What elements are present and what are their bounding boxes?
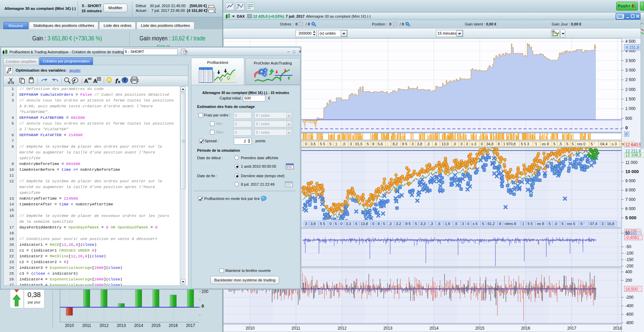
svg-text:34,8: 34,8 — [486, 142, 493, 146]
svg-text:2014: 2014 — [134, 323, 143, 328]
svg-text:5: 5 — [383, 222, 385, 226]
svg-text:2014: 2014 — [430, 326, 439, 331]
svg-text:5: 5 — [572, 142, 574, 146]
svg-text:es 8: es 8 — [542, 142, 549, 146]
svg-text:5: 5 — [566, 142, 568, 146]
svg-text:2011: 2011 — [291, 326, 300, 331]
svg-text:3 500: 3 500 — [625, 58, 636, 63]
svg-text:5 ': 5 ' — [591, 142, 594, 146]
svg-text:5: 5 — [329, 142, 332, 146]
svg-text:5: 5 — [553, 142, 555, 146]
svg-text:0: 0 — [329, 222, 332, 226]
svg-text:0: 0 — [202, 303, 204, 309]
svg-text:,3: ,3 — [389, 222, 392, 226]
svg-text:13,9: 13,9 — [441, 142, 449, 146]
svg-text:s 3: s 3 — [612, 142, 617, 146]
svg-text:,0: ,0 — [554, 222, 557, 226]
svg-text:-150: -150 — [625, 257, 633, 262]
svg-text:3,3: 3,3 — [420, 222, 425, 226]
svg-text:3: 3 — [466, 142, 468, 146]
svg-text:0: 0 — [340, 222, 342, 226]
svg-text:A: A — [93, 78, 97, 84]
svg-text:10 000: 10 000 — [625, 169, 639, 174]
svg-text:1 000: 1 000 — [625, 106, 636, 111]
svg-text:3: 3 — [350, 142, 352, 146]
svg-text:16,500: 16,500 — [625, 287, 638, 292]
svg-text:2016: 2016 — [521, 326, 530, 331]
svg-text:2010: 2010 — [65, 323, 74, 328]
svg-text:01,5: 01,5 — [355, 142, 362, 146]
svg-text:61,2: 61,2 — [488, 222, 495, 226]
svg-text:5,6: 5,6 — [378, 142, 383, 146]
svg-text:f: f — [116, 78, 118, 83]
svg-text:2 000: 2 000 — [625, 87, 636, 92]
svg-text:,6: ,6 — [437, 222, 440, 226]
svg-text:3: 3 — [602, 222, 604, 226]
svg-text:3,8: 3,8 — [310, 222, 316, 226]
svg-text:5: 5 — [562, 222, 564, 226]
svg-text:50: 50 — [625, 231, 630, 236]
svg-text:3: 3 — [462, 222, 464, 226]
svg-text:-400: -400 — [625, 303, 633, 308]
svg-text:16,8: 16,8 — [607, 222, 614, 226]
svg-text:A: A — [84, 78, 88, 84]
svg-text:2015: 2015 — [151, 323, 160, 328]
svg-text:5: 5 — [549, 222, 551, 226]
svg-text:3: 3 — [412, 142, 414, 146]
svg-text:5 ': 5 ' — [581, 222, 584, 226]
svg-text:5 5: 5 5 — [528, 222, 533, 226]
svg-text:s 3: s 3 — [471, 142, 476, 146]
svg-text:2015: 2015 — [475, 326, 485, 331]
svg-text:2012: 2012 — [99, 323, 109, 328]
svg-text:12 640,5: 12 640,5 — [625, 143, 641, 147]
svg-text:5: 5 — [482, 222, 484, 226]
svg-text:x: x — [118, 80, 120, 84]
svg-text:8 5: 8 5 — [405, 222, 411, 226]
svg-text:2012: 2012 — [338, 326, 347, 331]
svg-text:1 500: 1 500 — [625, 97, 636, 102]
svg-text:5 000: 5 000 — [625, 215, 637, 220]
svg-text:1 970,8: 1 970,8 — [503, 142, 516, 146]
svg-text:4 500: 4 500 — [625, 39, 636, 44]
svg-text:5: 5 — [367, 142, 369, 146]
svg-text:0: 0 — [372, 222, 374, 226]
svg-text:2013: 2013 — [117, 323, 126, 328]
svg-text:res 5: res 5 — [567, 222, 575, 226]
svg-text:11 000: 11 000 — [625, 160, 638, 165]
svg-text:?: ? — [124, 78, 126, 82]
svg-text:5 5: 5 5 — [320, 222, 325, 226]
svg-text:2016: 2016 — [169, 323, 178, 328]
svg-text:-600: -600 — [625, 312, 633, 317]
svg-text:,5: ,5 — [454, 222, 457, 226]
svg-text:400: 400 — [625, 270, 632, 274]
svg-text:3,5: 3,5 — [310, 142, 316, 146]
svg-text:-100: -100 — [625, 251, 633, 256]
svg-text:es 8: es 8 — [537, 222, 544, 226]
svg-text:,3: ,3 — [427, 142, 430, 146]
svg-text:2018: 2018 — [613, 326, 622, 331]
svg-text:8: 8 — [372, 142, 374, 146]
svg-text:13,8: 13,8 — [361, 222, 368, 226]
svg-text:-50: -50 — [625, 244, 631, 249]
svg-text:rdres 8: rdres 8 — [505, 222, 516, 226]
svg-text:8: 8 — [378, 222, 380, 226]
svg-text:7 000: 7 000 — [625, 197, 636, 202]
svg-text:1: 1 — [522, 222, 524, 226]
svg-text:500: 500 — [625, 116, 632, 121]
svg-text:;: ; — [387, 142, 388, 146]
svg-text:5: 5 — [415, 222, 417, 226]
svg-text:8: 8 — [499, 222, 501, 226]
svg-text:5 5: 5 5 — [320, 142, 325, 146]
svg-text:2011: 2011 — [82, 323, 91, 328]
svg-text:;): ;) — [335, 142, 337, 146]
svg-text:3,3: 3,3 — [346, 222, 351, 226]
svg-text:0: 0 — [467, 222, 469, 226]
svg-text:3 000: 3 000 — [625, 68, 636, 73]
svg-text:2013: 2013 — [383, 326, 393, 331]
svg-text:?: ? — [185, 51, 187, 54]
svg-text:3: 3 — [460, 142, 462, 146]
svg-text:9 000: 9 000 — [625, 179, 636, 183]
svg-text:4 151,8: 4 151,8 — [626, 45, 639, 50]
svg-text:8: 8 — [498, 142, 500, 146]
svg-text:,0: ,0 — [453, 142, 456, 146]
